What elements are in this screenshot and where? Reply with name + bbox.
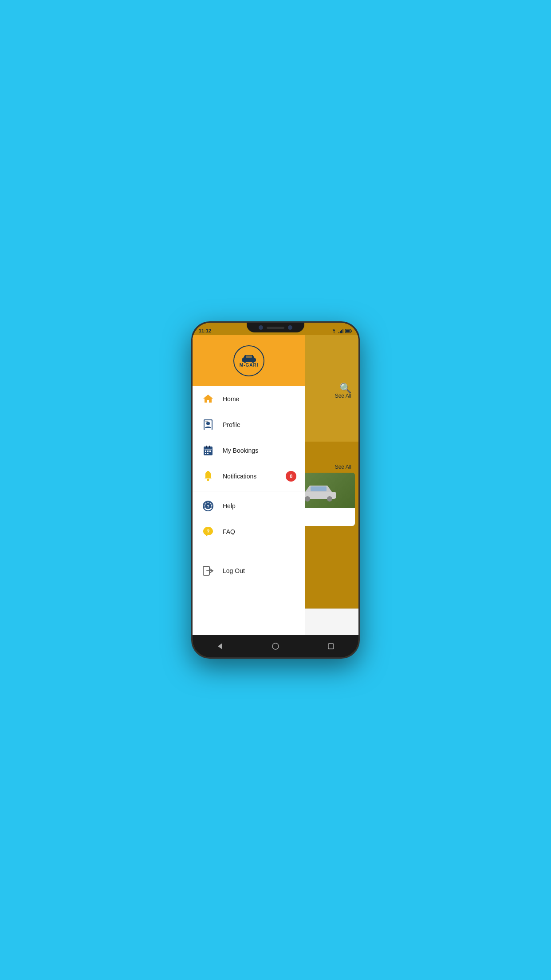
bottom-nav-bar	[193, 635, 358, 657]
navigation-drawer: M-GARI Home	[193, 335, 305, 635]
svg-text:?: ?	[207, 529, 210, 534]
menu-item-notifications[interactable]: Notifications 0	[193, 463, 305, 489]
svg-rect-40	[212, 506, 213, 508]
notch-camera	[259, 325, 263, 330]
logout-svg	[202, 565, 214, 577]
faq-label: FAQ	[223, 528, 296, 535]
svg-point-45	[272, 643, 279, 649]
profile-icon	[201, 418, 215, 431]
svg-rect-28	[205, 449, 212, 450]
square-icon	[328, 643, 334, 649]
svg-rect-31	[209, 450, 211, 452]
logout-icon	[201, 564, 215, 577]
svg-rect-30	[207, 450, 209, 452]
see-all-top[interactable]: See All	[335, 393, 351, 399]
bookings-label: My Bookings	[223, 447, 296, 454]
svg-point-0	[334, 332, 335, 333]
logo-text: M-GARI	[240, 363, 259, 368]
svg-rect-39	[204, 506, 205, 508]
svg-point-10	[327, 496, 332, 502]
svg-rect-35	[207, 471, 209, 472]
logout-label: Log Out	[223, 567, 296, 574]
phone-frame: 11:12	[191, 321, 360, 659]
svg-rect-6	[351, 331, 352, 332]
logo-car-icon	[241, 354, 257, 363]
battery-icon	[345, 329, 352, 333]
faq-icon: ?	[201, 525, 215, 538]
home-label: Home	[223, 395, 296, 403]
status-time: 11:12	[199, 328, 211, 333]
svg-rect-24	[205, 421, 208, 422]
help-icon: ?	[201, 499, 215, 513]
menu-item-profile[interactable]: Profile	[193, 412, 305, 438]
svg-rect-4	[342, 329, 343, 333]
nav-home-button[interactable]	[269, 640, 282, 653]
profile-label: Profile	[223, 421, 296, 428]
menu-item-faq[interactable]: ? FAQ	[193, 519, 305, 545]
drawer-menu: Home Profile	[193, 386, 305, 635]
status-icons	[331, 329, 352, 333]
phone-screen: 11:12	[193, 323, 358, 657]
svg-rect-11	[311, 486, 327, 491]
svg-marker-44	[218, 643, 222, 649]
drawer-header: M-GARI	[193, 335, 305, 386]
faq-svg: ?	[202, 526, 214, 537]
nav-recents-button[interactable]	[324, 640, 338, 653]
svg-rect-27	[209, 446, 210, 448]
menu-divider	[193, 491, 305, 491]
bell-icon	[201, 470, 215, 483]
notch	[247, 323, 304, 332]
notch-speaker	[267, 327, 284, 329]
svg-rect-19	[246, 356, 252, 358]
bell-svg	[203, 470, 213, 482]
see-all-bottom[interactable]: See All	[335, 464, 351, 470]
svg-rect-7	[346, 330, 350, 332]
bookings-icon	[201, 444, 215, 457]
svg-rect-33	[207, 453, 209, 454]
home-icon	[201, 392, 215, 406]
help-label: Help	[223, 502, 296, 510]
svg-rect-26	[206, 446, 207, 448]
menu-item-bookings[interactable]: My Bookings	[193, 438, 305, 463]
help-svg: ?	[202, 500, 214, 512]
svg-rect-32	[205, 453, 206, 454]
back-icon	[216, 642, 224, 650]
svg-rect-2	[340, 331, 341, 333]
circle-icon	[272, 643, 279, 650]
svg-rect-46	[328, 644, 334, 649]
svg-rect-29	[205, 450, 206, 452]
spacer	[193, 545, 305, 558]
svg-text:?: ?	[207, 504, 209, 509]
notification-badge: 0	[286, 471, 296, 482]
signal-icon	[338, 329, 344, 333]
bookings-svg	[203, 445, 213, 456]
wifi-icon	[331, 329, 337, 333]
menu-item-help[interactable]: ? Help	[193, 493, 305, 519]
menu-item-logout[interactable]: Log Out	[193, 558, 305, 584]
svg-point-34	[207, 479, 209, 481]
svg-rect-3	[341, 330, 342, 333]
profile-svg	[203, 419, 213, 431]
svg-rect-1	[338, 332, 339, 333]
notch-camera-2	[288, 325, 292, 330]
logo-circle: M-GARI	[233, 345, 264, 376]
svg-point-23	[206, 422, 210, 425]
nav-back-button[interactable]	[213, 640, 227, 653]
notifications-label: Notifications	[223, 473, 278, 480]
menu-item-home[interactable]: Home	[193, 386, 305, 412]
svg-rect-16	[242, 358, 256, 362]
home-svg	[202, 393, 214, 405]
